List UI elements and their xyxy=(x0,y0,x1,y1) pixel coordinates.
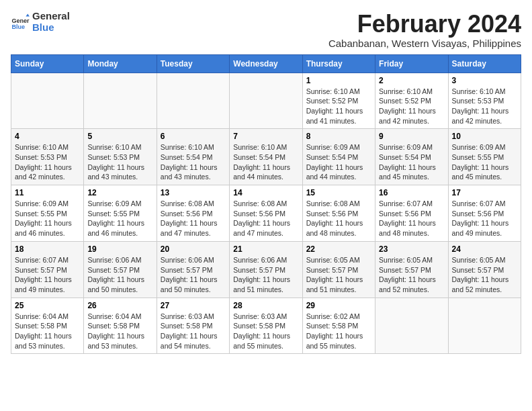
calendar-cell: 13Sunrise: 6:08 AM Sunset: 5:56 PM Dayli… xyxy=(157,185,229,242)
week-row-0: 1Sunrise: 6:10 AM Sunset: 5:52 PM Daylig… xyxy=(11,73,521,129)
day-number: 24 xyxy=(452,244,517,254)
calendar-cell: 5Sunrise: 6:10 AM Sunset: 5:53 PM Daylig… xyxy=(84,129,157,185)
calendar-cell: 11Sunrise: 6:09 AM Sunset: 5:55 PM Dayli… xyxy=(11,185,84,242)
calendar-cell: 23Sunrise: 6:05 AM Sunset: 5:57 PM Dayli… xyxy=(375,241,448,298)
week-row-4: 25Sunrise: 6:04 AM Sunset: 5:58 PM Dayli… xyxy=(11,298,521,354)
calendar-cell: 25Sunrise: 6:04 AM Sunset: 5:58 PM Dayli… xyxy=(11,298,84,354)
day-number: 17 xyxy=(452,188,517,197)
calendar-cell: 4Sunrise: 6:10 AM Sunset: 5:53 PM Daylig… xyxy=(11,129,84,185)
day-number: 13 xyxy=(161,188,226,197)
day-info: Sunrise: 6:07 AM Sunset: 5:57 PM Dayligh… xyxy=(15,255,80,295)
calendar-cell: 29Sunrise: 6:02 AM Sunset: 5:58 PM Dayli… xyxy=(302,298,375,354)
location-subtitle: Cabanbanan, Western Visayas, Philippines xyxy=(328,38,521,49)
header-day-friday: Friday xyxy=(375,54,448,73)
day-info: Sunrise: 6:07 AM Sunset: 5:56 PM Dayligh… xyxy=(452,199,517,238)
day-info: Sunrise: 6:10 AM Sunset: 5:54 PM Dayligh… xyxy=(233,142,298,182)
calendar-cell: 21Sunrise: 6:06 AM Sunset: 5:57 PM Dayli… xyxy=(230,241,302,298)
header-day-saturday: Saturday xyxy=(448,54,521,73)
day-info: Sunrise: 6:07 AM Sunset: 5:56 PM Dayligh… xyxy=(379,199,444,238)
calendar-cell: 9Sunrise: 6:09 AM Sunset: 5:54 PM Daylig… xyxy=(375,129,448,185)
day-info: Sunrise: 6:03 AM Sunset: 5:58 PM Dayligh… xyxy=(161,312,226,351)
header-day-tuesday: Tuesday xyxy=(157,54,229,73)
calendar-cell: 12Sunrise: 6:09 AM Sunset: 5:55 PM Dayli… xyxy=(84,185,157,242)
day-number: 12 xyxy=(87,188,152,197)
day-info: Sunrise: 6:08 AM Sunset: 5:56 PM Dayligh… xyxy=(233,199,298,238)
calendar-cell: 7Sunrise: 6:10 AM Sunset: 5:54 PM Daylig… xyxy=(230,129,302,185)
day-number: 29 xyxy=(306,301,371,310)
day-info: Sunrise: 6:06 AM Sunset: 5:57 PM Dayligh… xyxy=(233,255,298,295)
day-info: Sunrise: 6:10 AM Sunset: 5:53 PM Dayligh… xyxy=(15,142,80,182)
day-number: 15 xyxy=(306,188,371,197)
day-number: 6 xyxy=(161,132,226,141)
day-info: Sunrise: 6:03 AM Sunset: 5:58 PM Dayligh… xyxy=(233,312,298,351)
day-number: 23 xyxy=(379,244,444,254)
day-info: Sunrise: 6:10 AM Sunset: 5:52 PM Dayligh… xyxy=(306,87,371,126)
calendar-cell: 19Sunrise: 6:06 AM Sunset: 5:57 PM Dayli… xyxy=(84,241,157,298)
day-number: 7 xyxy=(233,132,298,141)
day-info: Sunrise: 6:10 AM Sunset: 5:53 PM Dayligh… xyxy=(87,142,152,182)
day-info: Sunrise: 6:10 AM Sunset: 5:52 PM Dayligh… xyxy=(379,87,444,126)
day-number: 2 xyxy=(379,76,444,85)
month-year-title: February 2024 xyxy=(328,11,521,38)
week-row-1: 4Sunrise: 6:10 AM Sunset: 5:53 PM Daylig… xyxy=(11,129,521,185)
calendar-cell: 22Sunrise: 6:05 AM Sunset: 5:57 PM Dayli… xyxy=(302,241,375,298)
calendar-cell: 24Sunrise: 6:05 AM Sunset: 5:57 PM Dayli… xyxy=(448,241,521,298)
day-number: 22 xyxy=(306,244,371,254)
day-info: Sunrise: 6:08 AM Sunset: 5:56 PM Dayligh… xyxy=(161,199,226,238)
calendar-cell: 26Sunrise: 6:04 AM Sunset: 5:58 PM Dayli… xyxy=(84,298,157,354)
calendar-cell xyxy=(448,298,521,354)
day-number: 8 xyxy=(306,132,371,141)
calendar-cell: 27Sunrise: 6:03 AM Sunset: 5:58 PM Dayli… xyxy=(157,298,229,354)
day-info: Sunrise: 6:06 AM Sunset: 5:57 PM Dayligh… xyxy=(87,255,152,295)
day-info: Sunrise: 6:09 AM Sunset: 5:55 PM Dayligh… xyxy=(87,199,152,238)
logo-blue: Blue xyxy=(32,22,70,34)
day-info: Sunrise: 6:08 AM Sunset: 5:56 PM Dayligh… xyxy=(306,199,371,238)
week-row-3: 18Sunrise: 6:07 AM Sunset: 5:57 PM Dayli… xyxy=(11,241,521,298)
calendar-cell: 10Sunrise: 6:09 AM Sunset: 5:55 PM Dayli… xyxy=(448,129,521,185)
day-info: Sunrise: 6:09 AM Sunset: 5:55 PM Dayligh… xyxy=(15,199,80,238)
calendar-cell: 17Sunrise: 6:07 AM Sunset: 5:56 PM Dayli… xyxy=(448,185,521,242)
calendar-cell: 16Sunrise: 6:07 AM Sunset: 5:56 PM Dayli… xyxy=(375,185,448,242)
calendar-table: SundayMondayTuesdayWednesdayThursdayFrid… xyxy=(11,54,521,355)
calendar-cell: 3Sunrise: 6:10 AM Sunset: 5:53 PM Daylig… xyxy=(448,73,521,129)
day-number: 20 xyxy=(161,244,226,254)
calendar-cell: 6Sunrise: 6:10 AM Sunset: 5:54 PM Daylig… xyxy=(157,129,229,185)
calendar-cell: 8Sunrise: 6:09 AM Sunset: 5:54 PM Daylig… xyxy=(302,129,375,185)
page-header: General Blue General Blue February 2024 … xyxy=(11,11,521,49)
calendar-cell xyxy=(84,73,157,129)
calendar-cell: 1Sunrise: 6:10 AM Sunset: 5:52 PM Daylig… xyxy=(302,73,375,129)
day-number: 18 xyxy=(15,244,80,254)
day-number: 26 xyxy=(87,301,152,310)
day-info: Sunrise: 6:10 AM Sunset: 5:53 PM Dayligh… xyxy=(452,87,517,126)
logo: General Blue General Blue xyxy=(11,11,70,33)
calendar-cell: 15Sunrise: 6:08 AM Sunset: 5:56 PM Dayli… xyxy=(302,185,375,242)
calendar-cell xyxy=(375,298,448,354)
day-number: 9 xyxy=(379,132,444,141)
day-number: 25 xyxy=(15,301,80,310)
calendar-cell: 20Sunrise: 6:06 AM Sunset: 5:57 PM Dayli… xyxy=(157,241,229,298)
day-info: Sunrise: 6:09 AM Sunset: 5:54 PM Dayligh… xyxy=(379,142,444,182)
day-info: Sunrise: 6:09 AM Sunset: 5:55 PM Dayligh… xyxy=(452,142,517,182)
logo-icon: General Blue xyxy=(11,13,30,32)
calendar-cell xyxy=(11,73,84,129)
day-number: 14 xyxy=(233,188,298,197)
day-info: Sunrise: 6:06 AM Sunset: 5:57 PM Dayligh… xyxy=(161,255,226,295)
day-number: 16 xyxy=(379,188,444,197)
week-row-2: 11Sunrise: 6:09 AM Sunset: 5:55 PM Dayli… xyxy=(11,185,521,242)
day-number: 3 xyxy=(452,76,517,85)
logo-general: General xyxy=(32,11,70,22)
header-day-thursday: Thursday xyxy=(302,54,375,73)
calendar-cell: 18Sunrise: 6:07 AM Sunset: 5:57 PM Dayli… xyxy=(11,241,84,298)
day-info: Sunrise: 6:10 AM Sunset: 5:54 PM Dayligh… xyxy=(161,142,226,182)
day-info: Sunrise: 6:02 AM Sunset: 5:58 PM Dayligh… xyxy=(306,312,371,351)
calendar-cell xyxy=(230,73,302,129)
calendar-cell: 2Sunrise: 6:10 AM Sunset: 5:52 PM Daylig… xyxy=(375,73,448,129)
day-number: 28 xyxy=(233,301,298,310)
day-number: 21 xyxy=(233,244,298,254)
day-info: Sunrise: 6:05 AM Sunset: 5:57 PM Dayligh… xyxy=(306,255,371,295)
calendar-cell: 28Sunrise: 6:03 AM Sunset: 5:58 PM Dayli… xyxy=(230,298,302,354)
svg-text:Blue: Blue xyxy=(11,23,25,30)
day-number: 5 xyxy=(87,132,152,141)
title-block: February 2024 Cabanbanan, Western Visaya… xyxy=(328,11,521,49)
header-day-monday: Monday xyxy=(84,54,157,73)
